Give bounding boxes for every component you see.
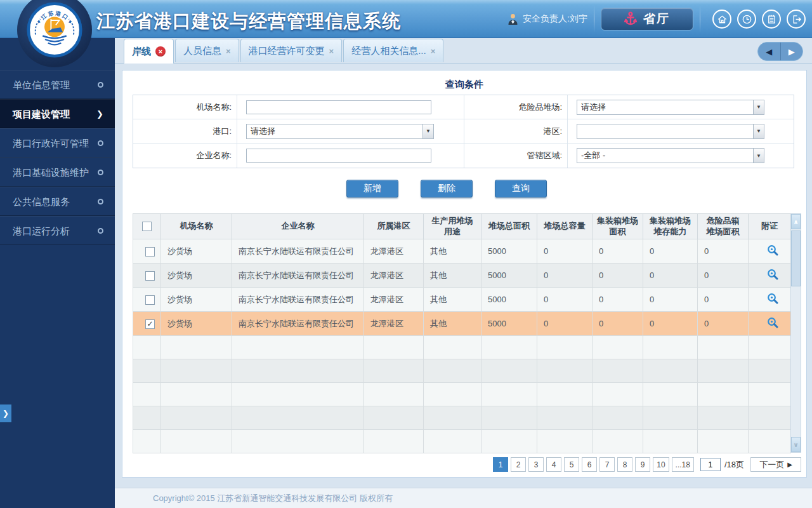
row-checkbox[interactable] bbox=[145, 271, 155, 281]
sidebar-item-4[interactable]: 港口基础设施维护 bbox=[0, 157, 115, 187]
jurisdiction-select[interactable]: -全部 -▼ bbox=[577, 148, 764, 163]
empty-cell bbox=[232, 383, 364, 406]
empty-cell bbox=[161, 406, 232, 430]
cell: 0 bbox=[593, 239, 643, 264]
cell: 0 bbox=[537, 312, 593, 336]
magnifier-icon[interactable] bbox=[767, 269, 779, 281]
empty-cell bbox=[537, 406, 593, 430]
scroll-down-icon[interactable]: ∨ bbox=[791, 437, 801, 452]
tab-label: 经营人相关信息... bbox=[351, 45, 426, 57]
page-button-2[interactable]: 2 bbox=[511, 457, 526, 472]
magnifier-icon[interactable] bbox=[767, 317, 779, 329]
delete-button[interactable]: 删除 bbox=[421, 180, 473, 197]
company-name-input[interactable] bbox=[246, 149, 431, 163]
cell: 沙货场 bbox=[161, 264, 232, 288]
row-checkbox[interactable] bbox=[145, 295, 155, 305]
table-row[interactable]: 沙货场南京长宁水陆联运有限责任公司龙潭港区其他50000000 bbox=[133, 288, 791, 312]
scroll-up-icon[interactable]: ∧ bbox=[791, 214, 801, 229]
search-button[interactable]: 查询 bbox=[495, 180, 547, 197]
page-button-1[interactable]: 1 bbox=[493, 457, 508, 472]
notes-button[interactable] bbox=[762, 10, 781, 29]
sidebar-expand-handle[interactable]: ❯ bbox=[0, 404, 11, 422]
tab-3[interactable]: 港口经营许可变更× bbox=[240, 39, 343, 62]
table-row[interactable]: 沙货场南京长宁水陆联运有限责任公司龙潭港区其他50000000 bbox=[133, 264, 791, 288]
scrollbar-thumb[interactable] bbox=[791, 231, 801, 286]
close-icon[interactable]: × bbox=[155, 46, 166, 57]
vertical-scrollbar[interactable]: ∧ ∨ bbox=[790, 213, 801, 453]
page-button-7[interactable]: 7 bbox=[599, 457, 615, 472]
cell: 0 bbox=[593, 264, 643, 288]
next-page-button[interactable]: 下一页 ▶ bbox=[750, 457, 801, 472]
province-hall-button[interactable]: 省厅 bbox=[601, 8, 693, 30]
chevron-down-icon[interactable]: ▼ bbox=[422, 124, 433, 138]
empty-cell bbox=[749, 359, 791, 383]
row-checkbox[interactable]: ✓ bbox=[145, 319, 155, 329]
column-header-3: 所属港区 bbox=[364, 214, 424, 239]
add-button[interactable]: 新增 bbox=[346, 180, 398, 197]
dangerous-goods-yard-select[interactable]: 请选择▼ bbox=[577, 100, 764, 115]
page-button-3[interactable]: 3 bbox=[528, 457, 544, 472]
sidebar-item-5[interactable]: 公共信息服务 bbox=[0, 187, 115, 216]
chevron-down-icon[interactable]: ▼ bbox=[753, 124, 764, 138]
column-header-6: 堆场总容量 bbox=[537, 214, 593, 239]
sidebar-item-2[interactable]: 项目建设管理❯ bbox=[0, 99, 115, 128]
circle-icon bbox=[98, 82, 103, 88]
province-hall-label: 省厅 bbox=[643, 11, 670, 27]
copyright-text: Copyright© 2015 江苏省新通智能交通科技发展有限公司 版权所有 bbox=[153, 493, 393, 503]
airport-name-input[interactable] bbox=[246, 100, 431, 114]
home-button[interactable] bbox=[712, 10, 731, 29]
page-button-5[interactable]: 5 bbox=[564, 457, 579, 472]
tab-scroll-left-button[interactable]: ◀ bbox=[758, 43, 781, 60]
logout-button[interactable] bbox=[787, 10, 806, 29]
close-icon[interactable]: × bbox=[226, 46, 231, 56]
next-page-label: 下一页 bbox=[759, 459, 784, 471]
empty-cell bbox=[749, 430, 791, 453]
sidebar-item-3[interactable]: 港口行政许可管理 bbox=[0, 128, 115, 157]
table-row[interactable]: ✓沙货场南京长宁水陆联运有限责任公司龙潭港区其他50000000 bbox=[133, 312, 791, 336]
tab-4[interactable]: 经营人相关信息...× bbox=[343, 39, 443, 62]
sidebar-item-6[interactable]: 港口运行分析 bbox=[0, 216, 115, 245]
page-button-9[interactable]: 9 bbox=[635, 457, 650, 472]
sidebar-item-1[interactable]: 单位信息管理 bbox=[0, 70, 115, 99]
circle-icon bbox=[98, 228, 103, 234]
close-icon[interactable]: × bbox=[329, 46, 334, 56]
page-button-...18[interactable]: ...18 bbox=[672, 457, 694, 472]
close-icon[interactable]: × bbox=[431, 46, 436, 56]
empty-row bbox=[133, 406, 791, 430]
page-button-10[interactable]: 10 bbox=[653, 457, 669, 472]
empty-cell bbox=[161, 430, 232, 453]
port-select[interactable]: 请选择▼ bbox=[246, 124, 434, 139]
empty-cell bbox=[424, 406, 481, 430]
page-button-6[interactable]: 6 bbox=[582, 457, 597, 472]
attachment-cell[interactable] bbox=[749, 312, 791, 336]
page-number-input[interactable] bbox=[700, 458, 721, 471]
attachment-cell[interactable] bbox=[749, 288, 791, 312]
pagination: 12345678910...18 /18页 下一页 ▶ bbox=[122, 457, 806, 472]
user-info: 安全负责人:刘宇 bbox=[508, 13, 587, 25]
tab-1[interactable]: 岸线× bbox=[124, 39, 174, 64]
tab-scroll-right-button[interactable]: ▶ bbox=[781, 43, 803, 60]
page-button-4[interactable]: 4 bbox=[546, 457, 561, 472]
jurisdiction-select-value: -全部 - bbox=[577, 150, 753, 161]
empty-row bbox=[133, 336, 791, 359]
history-button[interactable] bbox=[737, 10, 756, 29]
chevron-down-icon[interactable]: ▼ bbox=[753, 149, 764, 163]
main-area: 岸线×人员信息×港口经营许可变更×经营人相关信息...× ◀ ▶ 查询条件 机场… bbox=[115, 38, 812, 508]
select-all-cell bbox=[133, 214, 161, 239]
magnifier-icon[interactable] bbox=[767, 293, 779, 305]
column-header-7: 集装箱堆场 面积 bbox=[593, 214, 643, 239]
select-all-checkbox[interactable] bbox=[142, 222, 152, 231]
header-actions: 安全负责人:刘宇 省厅 bbox=[508, 0, 806, 38]
sidebar-item-label: 港口行政许可管理 bbox=[13, 129, 89, 157]
table-row[interactable]: 沙货场南京长宁水陆联运有限责任公司龙潭港区其他50000000 bbox=[133, 239, 791, 264]
magnifier-icon[interactable] bbox=[767, 244, 779, 257]
row-checkbox[interactable] bbox=[145, 247, 155, 257]
port-area-select[interactable]: ▼ bbox=[577, 124, 764, 139]
page-button-8[interactable]: 8 bbox=[617, 457, 632, 472]
attachment-cell[interactable] bbox=[749, 239, 791, 264]
chevron-down-icon[interactable]: ▼ bbox=[753, 100, 764, 114]
tab-2[interactable]: 人员信息× bbox=[175, 39, 239, 62]
attachment-cell[interactable] bbox=[749, 264, 791, 288]
row-checkbox-cell bbox=[133, 264, 161, 288]
empty-cell bbox=[698, 383, 749, 406]
